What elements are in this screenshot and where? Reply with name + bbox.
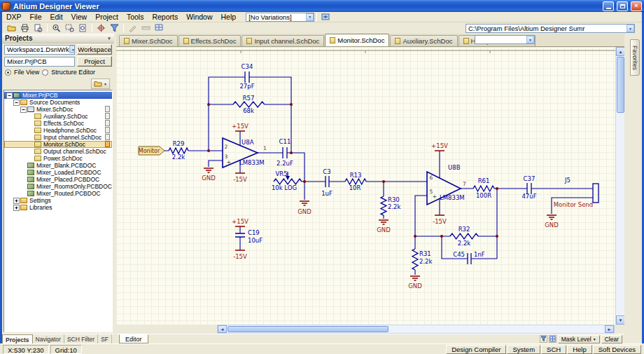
- menu-project[interactable]: Project: [91, 12, 122, 22]
- r13-value: 10R: [349, 184, 361, 191]
- scroll-down-button[interactable]: ▼: [616, 315, 624, 325]
- menu-edit[interactable]: Edit: [46, 12, 67, 22]
- tab-sch-filter[interactable]: SCH Filter: [64, 334, 98, 343]
- horizontal-scroll-thumb[interactable]: [227, 326, 388, 332]
- close-button[interactable]: ×: [631, 1, 642, 11]
- zoom-in-icon[interactable]: [50, 23, 63, 34]
- doc-tab-input-channel[interactable]: Input channel.SchDoc: [241, 35, 324, 46]
- tab-sf[interactable]: SF: [98, 334, 112, 343]
- favorites-panel-tab[interactable]: Favorites: [630, 39, 640, 76]
- scroll-left-button[interactable]: ◄: [218, 325, 227, 333]
- gnd-label: GND: [408, 282, 422, 290]
- resistor-r57-symbol: [233, 102, 265, 107]
- print-icon[interactable]: [18, 23, 31, 34]
- schematic-canvas[interactable]: Monitor C34 27pF R57 68k R29 2.2k 2 3 + …: [116, 47, 624, 325]
- right-dock: Favorites: [624, 34, 642, 343]
- grid-toggle-icon[interactable]: [549, 335, 556, 343]
- collapse-icon[interactable]: [13, 100, 20, 106]
- collapse-icon[interactable]: [6, 93, 13, 99]
- tab-navigator[interactable]: Navigator: [33, 334, 64, 343]
- menu-help[interactable]: Help: [217, 12, 241, 22]
- scroll-up-button[interactable]: ▲: [616, 47, 624, 56]
- tree-item-power-schdoc[interactable]: Power.SchDoc: [4, 155, 112, 162]
- tree-item-mixer-prjpcb[interactable]: Mixer.PrjPCB: [4, 92, 112, 99]
- print-preview-icon[interactable]: [31, 23, 45, 34]
- document-path-combo[interactable]: C:\Program Files\Altium Designer Sumr ▼: [465, 24, 635, 33]
- vertical-scroll-thumb[interactable]: [617, 57, 624, 113]
- soft-devices-button[interactable]: Soft Devices: [593, 345, 641, 354]
- zoom-area-icon[interactable]: [63, 23, 76, 34]
- menu-window[interactable]: Window: [182, 12, 216, 22]
- system-button[interactable]: System: [507, 345, 540, 354]
- tree-item-mixer-placed-pcbdoc[interactable]: Mixer_Placed.PCBDOC: [4, 176, 112, 183]
- variant-tool-icon[interactable]: [319, 12, 332, 22]
- menu-file[interactable]: File: [26, 12, 46, 22]
- minimize-button[interactable]: [603, 1, 614, 11]
- horizontal-scrollbar[interactable]: ◄ ►: [217, 325, 615, 334]
- clear-button[interactable]: Clear: [601, 335, 622, 343]
- tree-item-mixer-schdoc[interactable]: Mixer.SchDoc: [4, 106, 112, 113]
- collapse-icon[interactable]: [20, 107, 27, 113]
- tree-item-output-channel-schdoc[interactable]: Output channel.SchDoc: [4, 148, 112, 155]
- tree-item-input-channel-schdoc[interactable]: Input channel.SchDoc: [4, 134, 112, 141]
- expand-icon[interactable]: [13, 205, 20, 211]
- tree-item-headphone-schdoc[interactable]: Headphone.SchDoc: [4, 127, 112, 134]
- cross-probe-icon[interactable]: [94, 23, 108, 34]
- tree-item-mixer-roomsonly-pcbdoc[interactable]: Mixer_RoomsOnly.PCBDOC: [4, 183, 112, 190]
- tree-item-settings[interactable]: Settings: [4, 197, 112, 204]
- scroll-right-button[interactable]: ►: [605, 325, 614, 333]
- tab-projects[interactable]: Projects: [2, 334, 33, 343]
- tree-item-mixer-routed-pcbdoc[interactable]: Mixer_Routed.PCBDOC: [4, 190, 112, 197]
- file-view-radio[interactable]: [5, 69, 11, 76]
- schdoc-icon: [395, 38, 400, 44]
- mask-icon[interactable]: [540, 335, 547, 343]
- tree-item-libraries[interactable]: Libraries: [4, 204, 112, 211]
- menu-view[interactable]: View: [67, 12, 92, 22]
- r30-designator: R30: [388, 196, 400, 203]
- zoom-document-icon[interactable]: [76, 23, 90, 34]
- sch-button[interactable]: SCH: [541, 345, 566, 354]
- measure-icon[interactable]: [139, 23, 153, 34]
- chevron-down-icon[interactable]: ▼: [306, 13, 314, 21]
- expand-icon[interactable]: [13, 198, 20, 204]
- menu-reports[interactable]: Reports: [148, 12, 182, 22]
- doc-tab-monitor[interactable]: Monitor.SchDoc: [325, 34, 389, 46]
- tree-item-monitor-schdoc[interactable]: Monitor.SchDoc: [4, 141, 112, 148]
- chevron-down-icon[interactable]: ▼: [626, 25, 634, 32]
- project-button[interactable]: Project: [77, 56, 112, 67]
- design-compiler-button[interactable]: Design Compiler: [446, 345, 506, 354]
- secondary-toolbar-combo[interactable]: ▼: [475, 35, 535, 44]
- tree-item-mixer-blank-pcbdoc[interactable]: Mixer_Blank.PCBDOC: [4, 162, 112, 169]
- vertical-scrollbar[interactable]: ▲ ▼: [615, 47, 624, 325]
- restore-button[interactable]: [617, 1, 628, 11]
- doc-tab-mixer[interactable]: Mixer.SchDoc: [119, 35, 178, 46]
- gnd-symbol: [547, 215, 556, 219]
- tab-editor[interactable]: Editor: [119, 334, 148, 343]
- menu-tools[interactable]: Tools: [122, 12, 148, 22]
- filter-icon[interactable]: [108, 23, 121, 34]
- panel-options-button[interactable]: ▼: [91, 79, 110, 89]
- project-combo[interactable]: Mixer.PrjPCB: [4, 57, 75, 67]
- chevron-down-icon[interactable]: ▼: [526, 36, 534, 43]
- tree-item-source-documents[interactable]: Source Documents: [4, 99, 112, 106]
- chevron-down-icon[interactable]: ▼: [69, 46, 75, 53]
- workspace-button[interactable]: Workspace: [77, 44, 112, 55]
- doc-tab-effects[interactable]: Effects.SchDoc: [178, 35, 241, 46]
- chevron-down-icon[interactable]: ▼: [107, 36, 111, 41]
- open-document-icon: [105, 141, 110, 147]
- variations-combo[interactable]: [No Variations] ▼: [246, 13, 314, 22]
- grid-settings-icon[interactable]: [153, 23, 166, 34]
- open-document-icon[interactable]: [5, 23, 18, 34]
- mask-level-button[interactable]: Mask Level ▼: [558, 335, 600, 343]
- workspace-combo[interactable]: Workspace1.DsnWrk ▼: [4, 45, 75, 55]
- tree-item-effects-schdoc[interactable]: Effects.SchDoc: [4, 120, 112, 127]
- schematic-components[interactable]: [169, 72, 598, 270]
- doc-tab-auxiliary[interactable]: Auxiliary.SchDoc: [390, 35, 457, 46]
- r31-designator: R31: [419, 250, 431, 257]
- tree-item-auxiliary-schdoc[interactable]: Auxiliary.SchDoc: [4, 113, 112, 120]
- structure-editor-radio[interactable]: [42, 69, 48, 76]
- tree-item-mixer-loaded-pcbdoc[interactable]: Mixer_Loaded.PCBDOC: [4, 169, 112, 176]
- help-button[interactable]: Help: [567, 345, 592, 354]
- menu-dxp[interactable]: DXP: [2, 12, 26, 22]
- annotate-icon[interactable]: [126, 23, 139, 34]
